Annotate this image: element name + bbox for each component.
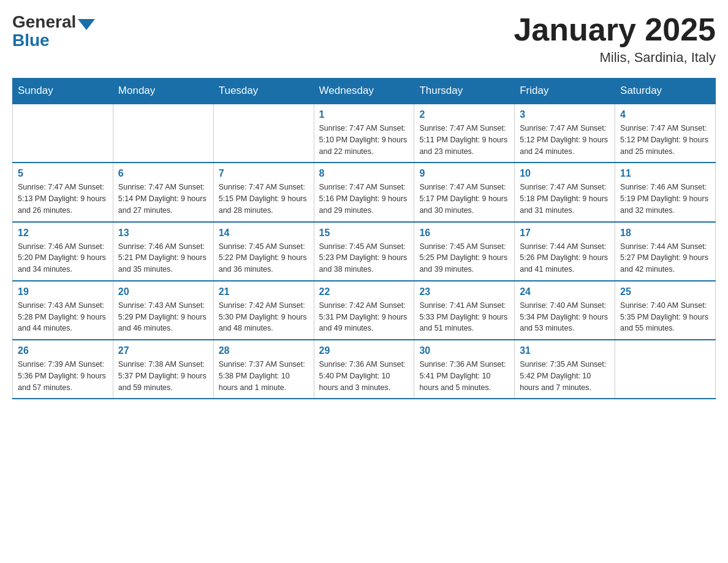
calendar-cell: 9Sunrise: 7:47 AM Sunset: 5:17 PM Daylig… (414, 163, 515, 221)
calendar-cell: 4Sunrise: 7:47 AM Sunset: 5:12 PM Daylig… (615, 104, 716, 163)
day-number: 11 (620, 168, 710, 179)
day-info: Sunrise: 7:40 AM Sunset: 5:35 PM Dayligh… (620, 300, 710, 334)
calendar-week-row: 1Sunrise: 7:47 AM Sunset: 5:10 PM Daylig… (13, 104, 716, 163)
day-number: 3 (520, 109, 610, 120)
day-number: 5 (18, 168, 108, 179)
calendar-cell: 7Sunrise: 7:47 AM Sunset: 5:15 PM Daylig… (213, 163, 314, 221)
calendar-cell: 5Sunrise: 7:47 AM Sunset: 5:13 PM Daylig… (13, 163, 113, 221)
day-info: Sunrise: 7:47 AM Sunset: 5:11 PM Dayligh… (419, 123, 509, 157)
day-info: Sunrise: 7:40 AM Sunset: 5:34 PM Dayligh… (520, 300, 610, 334)
calendar-table: SundayMondayTuesdayWednesdayThursdayFrid… (12, 78, 716, 399)
day-number: 21 (219, 286, 309, 297)
day-info: Sunrise: 7:39 AM Sunset: 5:36 PM Dayligh… (18, 359, 108, 393)
calendar-cell: 24Sunrise: 7:40 AM Sunset: 5:34 PM Dayli… (515, 281, 615, 340)
day-info: Sunrise: 7:36 AM Sunset: 5:41 PM Dayligh… (419, 359, 509, 393)
calendar-cell: 8Sunrise: 7:47 AM Sunset: 5:16 PM Daylig… (314, 163, 414, 221)
day-of-week-header: Monday (113, 79, 213, 104)
calendar-cell: 22Sunrise: 7:42 AM Sunset: 5:31 PM Dayli… (314, 281, 414, 340)
day-number: 24 (520, 286, 610, 297)
day-number: 10 (520, 168, 610, 179)
day-number: 4 (620, 109, 710, 120)
logo-blue-text: Blue (12, 31, 95, 50)
day-info: Sunrise: 7:43 AM Sunset: 5:29 PM Dayligh… (118, 300, 208, 334)
day-info: Sunrise: 7:38 AM Sunset: 5:37 PM Dayligh… (118, 359, 208, 393)
calendar-cell (13, 104, 113, 163)
day-info: Sunrise: 7:45 AM Sunset: 5:23 PM Dayligh… (319, 241, 409, 275)
day-info: Sunrise: 7:46 AM Sunset: 5:20 PM Dayligh… (18, 241, 108, 275)
day-info: Sunrise: 7:46 AM Sunset: 5:21 PM Dayligh… (118, 241, 208, 275)
day-number: 9 (419, 168, 509, 179)
day-number: 28 (219, 345, 309, 356)
calendar-cell: 25Sunrise: 7:40 AM Sunset: 5:35 PM Dayli… (615, 281, 716, 340)
day-number: 23 (419, 286, 509, 297)
day-info: Sunrise: 7:44 AM Sunset: 5:27 PM Dayligh… (620, 241, 710, 275)
day-number: 6 (118, 168, 208, 179)
day-number: 13 (118, 228, 208, 239)
day-number: 22 (319, 286, 409, 297)
logo-arrow-icon (78, 19, 95, 30)
calendar-week-row: 5Sunrise: 7:47 AM Sunset: 5:13 PM Daylig… (13, 163, 716, 221)
day-info: Sunrise: 7:47 AM Sunset: 5:10 PM Dayligh… (319, 123, 409, 157)
title-block: January 2025 Milis, Sardinia, Italy (514, 12, 716, 66)
day-info: Sunrise: 7:47 AM Sunset: 5:15 PM Dayligh… (219, 182, 309, 216)
calendar-cell: 27Sunrise: 7:38 AM Sunset: 5:37 PM Dayli… (113, 340, 213, 399)
day-info: Sunrise: 7:36 AM Sunset: 5:40 PM Dayligh… (319, 359, 409, 393)
day-number: 30 (419, 345, 509, 356)
calendar-cell: 17Sunrise: 7:44 AM Sunset: 5:26 PM Dayli… (515, 222, 615, 281)
day-info: Sunrise: 7:47 AM Sunset: 5:14 PM Dayligh… (118, 182, 208, 216)
day-of-week-header: Thursday (414, 79, 515, 104)
day-of-week-header: Saturday (615, 79, 716, 104)
calendar-cell: 10Sunrise: 7:47 AM Sunset: 5:18 PM Dayli… (515, 163, 615, 221)
day-of-week-header: Tuesday (213, 79, 314, 104)
calendar-cell: 19Sunrise: 7:43 AM Sunset: 5:28 PM Dayli… (13, 281, 113, 340)
logo-general-text: General (12, 12, 76, 32)
calendar-cell: 11Sunrise: 7:46 AM Sunset: 5:19 PM Dayli… (615, 163, 716, 221)
calendar-cell (213, 104, 314, 163)
day-number: 1 (319, 109, 409, 120)
day-info: Sunrise: 7:45 AM Sunset: 5:22 PM Dayligh… (219, 241, 309, 275)
day-number: 31 (520, 345, 610, 356)
month-title: January 2025 (514, 12, 716, 47)
day-info: Sunrise: 7:45 AM Sunset: 5:25 PM Dayligh… (419, 241, 509, 275)
day-info: Sunrise: 7:46 AM Sunset: 5:19 PM Dayligh… (620, 182, 710, 216)
calendar-cell: 23Sunrise: 7:41 AM Sunset: 5:33 PM Dayli… (414, 281, 515, 340)
calendar-cell: 30Sunrise: 7:36 AM Sunset: 5:41 PM Dayli… (414, 340, 515, 399)
calendar-cell: 13Sunrise: 7:46 AM Sunset: 5:21 PM Dayli… (113, 222, 213, 281)
day-number: 29 (319, 345, 409, 356)
day-number: 17 (520, 228, 610, 239)
day-number: 14 (219, 228, 309, 239)
calendar-week-row: 26Sunrise: 7:39 AM Sunset: 5:36 PM Dayli… (13, 340, 716, 399)
day-number: 20 (118, 286, 208, 297)
calendar-cell: 2Sunrise: 7:47 AM Sunset: 5:11 PM Daylig… (414, 104, 515, 163)
calendar-cell: 12Sunrise: 7:46 AM Sunset: 5:20 PM Dayli… (13, 222, 113, 281)
calendar-cell: 29Sunrise: 7:36 AM Sunset: 5:40 PM Dayli… (314, 340, 414, 399)
calendar-cell: 31Sunrise: 7:35 AM Sunset: 5:42 PM Dayli… (515, 340, 615, 399)
calendar-cell: 20Sunrise: 7:43 AM Sunset: 5:29 PM Dayli… (113, 281, 213, 340)
day-info: Sunrise: 7:47 AM Sunset: 5:12 PM Dayligh… (520, 123, 610, 157)
day-number: 7 (219, 168, 309, 179)
day-info: Sunrise: 7:37 AM Sunset: 5:38 PM Dayligh… (219, 359, 309, 393)
calendar-cell (615, 340, 716, 399)
day-number: 16 (419, 228, 509, 239)
calendar-cell: 3Sunrise: 7:47 AM Sunset: 5:12 PM Daylig… (515, 104, 615, 163)
day-info: Sunrise: 7:47 AM Sunset: 5:13 PM Dayligh… (18, 182, 108, 216)
calendar-week-row: 12Sunrise: 7:46 AM Sunset: 5:20 PM Dayli… (13, 222, 716, 281)
calendar-week-row: 19Sunrise: 7:43 AM Sunset: 5:28 PM Dayli… (13, 281, 716, 340)
calendar-cell: 6Sunrise: 7:47 AM Sunset: 5:14 PM Daylig… (113, 163, 213, 221)
day-of-week-header: Wednesday (314, 79, 414, 104)
calendar-header-row: SundayMondayTuesdayWednesdayThursdayFrid… (13, 79, 716, 104)
day-of-week-header: Friday (515, 79, 615, 104)
day-info: Sunrise: 7:42 AM Sunset: 5:30 PM Dayligh… (219, 300, 309, 334)
location: Milis, Sardinia, Italy (514, 50, 716, 66)
calendar-cell: 15Sunrise: 7:45 AM Sunset: 5:23 PM Dayli… (314, 222, 414, 281)
day-info: Sunrise: 7:47 AM Sunset: 5:17 PM Dayligh… (419, 182, 509, 216)
calendar-cell: 26Sunrise: 7:39 AM Sunset: 5:36 PM Dayli… (13, 340, 113, 399)
day-number: 8 (319, 168, 409, 179)
day-of-week-header: Sunday (13, 79, 113, 104)
day-info: Sunrise: 7:41 AM Sunset: 5:33 PM Dayligh… (419, 300, 509, 334)
day-number: 26 (18, 345, 108, 356)
calendar-cell: 21Sunrise: 7:42 AM Sunset: 5:30 PM Dayli… (213, 281, 314, 340)
calendar-cell: 18Sunrise: 7:44 AM Sunset: 5:27 PM Dayli… (615, 222, 716, 281)
day-info: Sunrise: 7:42 AM Sunset: 5:31 PM Dayligh… (319, 300, 409, 334)
day-info: Sunrise: 7:35 AM Sunset: 5:42 PM Dayligh… (520, 359, 610, 393)
